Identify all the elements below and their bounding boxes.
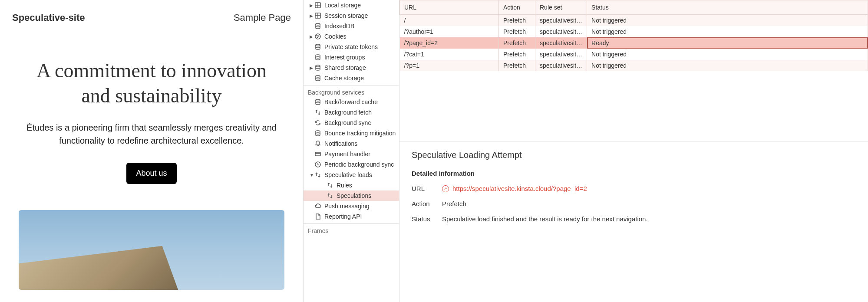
cell-ruleset: speculativesit… [535,49,587,60]
tree-item-background-fetch[interactable]: Background fetch [304,107,399,118]
db-icon [314,53,322,61]
tree-item-speculative-loads[interactable]: Speculative loads [304,170,399,180]
expand-arrow-icon[interactable] [310,66,314,70]
expand-arrow-icon[interactable] [310,173,314,177]
tree-item-push-messaging[interactable]: Push messaging [304,201,399,211]
expand-arrow-icon[interactable] [310,3,314,8]
site-logo[interactable]: Speculative-site [12,12,85,23]
table-row[interactable]: /?cat=1Prefetchspeculativesit…Not trigge… [400,49,868,60]
tree-item-interest-groups[interactable]: Interest groups [304,52,399,62]
tree-item-label: Private state tokens [324,43,396,50]
about-us-button[interactable]: About us [126,163,176,184]
bell-icon [314,140,322,148]
db-icon [314,22,322,30]
cell-ruleset: speculativesit… [535,37,587,49]
table-row[interactable]: /?p=1Prefetchspeculativesit…Not triggere… [400,60,868,71]
cell-url: / [400,15,499,26]
cell-status: Not triggered [587,60,868,71]
th-url[interactable]: URL [400,0,499,15]
cell-ruleset: speculativesit… [535,15,587,26]
table-row[interactable]: /?author=1Prefetchspeculativesit…Not tri… [400,26,868,37]
devtools-main-panel: URL Action Rule set Status /Prefetchspec… [399,0,868,302]
updown-icon [314,108,322,116]
cell-action: Prefetch [499,26,535,37]
hero-subtitle: Études is a pioneering firm that seamles… [26,121,277,147]
cell-ruleset: speculativesit… [535,60,587,71]
tree-item-cookies[interactable]: Cookies [304,31,399,42]
tree-item-speculations[interactable]: Speculations [304,190,399,201]
detail-url-value: https://speculativesite.kinsta.cloud/?pa… [452,185,587,192]
devtools-application-sidebar[interactable]: Local storageSession storageIndexedDBCoo… [303,0,399,302]
tree-item-shared-storage[interactable]: Shared storage [304,62,399,73]
speculations-table[interactable]: URL Action Rule set Status /Prefetchspec… [399,0,868,71]
cell-action: Prefetch [499,15,535,26]
cell-status: Not triggered [587,26,868,37]
tree-item-indexeddb[interactable]: IndexedDB [304,21,399,31]
detail-action-key: Action [412,200,442,207]
cell-url: /?page_id=2 [400,37,499,49]
cell-status: Ready [587,37,868,49]
tree-item-notifications[interactable]: Notifications [304,138,399,149]
link-icon: ↗ [442,185,449,192]
cookie-icon [314,33,322,40]
tree-item-back-forward-cache[interactable]: Back/forward cache [304,97,399,107]
tree-item-periodic-background-sync[interactable]: Periodic background sync [304,159,399,170]
site-header: Speculative-site Sample Page [12,12,291,23]
th-action[interactable]: Action [499,0,535,15]
updown-icon [326,181,334,189]
tree-item-label: Back/forward cache [324,98,396,105]
background-services-label: Background services [304,86,399,97]
table-row[interactable]: /?page_id=2Prefetchspeculativesit…Ready [400,37,868,49]
tree-item-session-storage[interactable]: Session storage [304,10,399,21]
tree-item-bounce-tracking-mitigation[interactable]: Bounce tracking mitigation [304,128,399,138]
cell-status: Not triggered [587,15,868,26]
expand-arrow-icon[interactable] [310,13,314,18]
cell-action: Prefetch [499,49,535,60]
db-icon [314,64,322,72]
nav-sample-page[interactable]: Sample Page [234,12,291,23]
th-status[interactable]: Status [587,0,868,15]
cloud-icon [314,202,322,210]
frames-label: Frames [304,224,399,238]
tree-item-label: Reporting API [324,213,396,220]
db-icon [314,129,322,137]
speculation-detail-panel: Speculative Loading Attempt Detailed inf… [399,141,868,239]
detail-title: Speculative Loading Attempt [412,150,856,160]
detail-subtitle: Detailed information [412,170,856,177]
expand-arrow-icon[interactable] [310,34,314,39]
cell-url: /?cat=1 [400,49,499,60]
detail-url-key: URL [412,185,442,192]
cell-action: Prefetch [499,37,535,49]
updown-icon [326,192,334,200]
tree-item-payment-handler[interactable]: Payment handler [304,149,399,159]
hero-title: A commitment to innovation and sustainab… [26,58,277,108]
tree-item-rules[interactable]: Rules [304,180,399,190]
tree-item-label: Interest groups [324,54,396,61]
tree-item-label: Rules [337,182,396,189]
tree-item-label: Local storage [324,2,396,9]
th-ruleset[interactable]: Rule set [535,0,587,15]
website-preview: Speculative-site Sample Page A commitmen… [0,0,303,302]
detail-status-value: Speculative load finished and the result… [442,215,648,223]
cell-status: Not triggered [587,49,868,60]
db-icon [314,43,322,51]
tree-item-label: Cookies [324,33,396,40]
detail-status-key: Status [412,215,442,223]
cell-url: /?author=1 [400,26,499,37]
tree-item-background-sync[interactable]: Background sync [304,118,399,128]
clock-icon [314,161,322,168]
sync-icon [314,119,322,127]
tree-item-cache-storage[interactable]: Cache storage [304,73,399,83]
tree-item-reporting-api[interactable]: Reporting API [304,211,399,222]
card-icon [314,150,322,158]
grid-icon [314,12,322,20]
table-row[interactable]: /Prefetchspeculativesit…Not triggered [400,15,868,26]
cell-url: /?p=1 [400,60,499,71]
tree-item-label: Session storage [324,12,396,19]
tree-item-private-state-tokens[interactable]: Private state tokens [304,42,399,52]
tree-item-local-storage[interactable]: Local storage [304,0,399,10]
tree-item-label: Speculations [337,192,396,199]
detail-url-link[interactable]: ↗ https://speculativesite.kinsta.cloud/?… [442,185,587,192]
tree-item-label: Periodic background sync [324,161,396,168]
tree-item-label: Background sync [324,119,396,126]
